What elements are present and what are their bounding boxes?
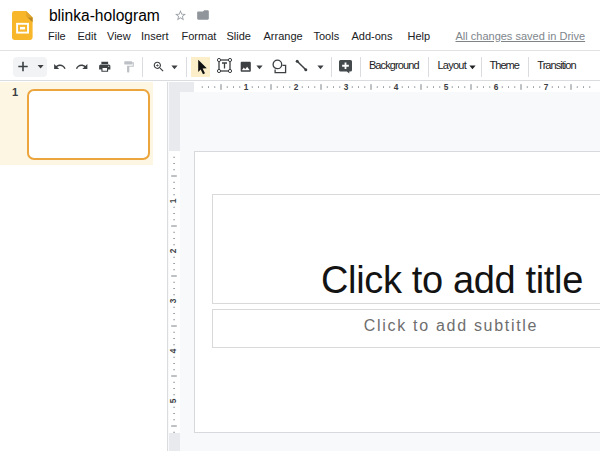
svg-text:7: 7 bbox=[543, 82, 548, 92]
svg-text:5: 5 bbox=[169, 398, 178, 403]
svg-text:2: 2 bbox=[169, 248, 178, 253]
svg-text:2: 2 bbox=[293, 82, 298, 92]
svg-text:4: 4 bbox=[393, 82, 398, 92]
svg-text:4: 4 bbox=[169, 348, 178, 353]
svg-text:3: 3 bbox=[169, 298, 178, 303]
svg-text:1: 1 bbox=[243, 82, 248, 92]
svg-text:5: 5 bbox=[443, 82, 448, 92]
svg-text:1: 1 bbox=[169, 198, 178, 203]
svg-text:3: 3 bbox=[343, 82, 348, 92]
svg-text:6: 6 bbox=[493, 82, 498, 92]
